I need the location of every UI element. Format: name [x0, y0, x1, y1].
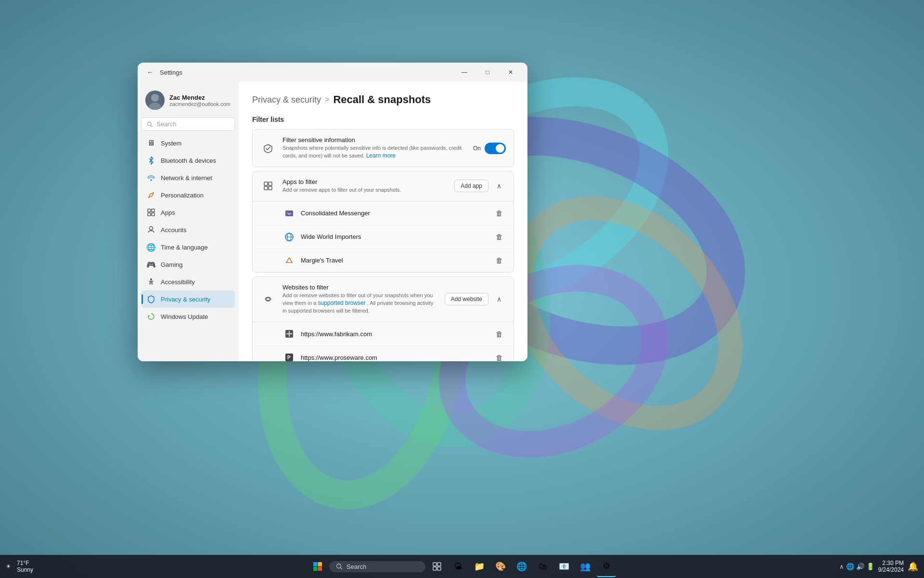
weather-info[interactable]: 71°F Sunny: [17, 560, 33, 573]
svg-rect-43: [433, 563, 436, 566]
svg-point-12: [150, 179, 152, 181]
minimize-button[interactable]: —: [453, 65, 475, 80]
sidebar-item-system[interactable]: 🖥 System: [141, 134, 235, 152]
accessibility-icon: [146, 277, 156, 287]
app-item-consolidated: Consolidated Messenger 🗑: [253, 201, 513, 225]
settings-body: Zac Mendez zacmendez@outlook.com 🖥 Syste…: [138, 82, 527, 361]
maximize-button[interactable]: □: [476, 65, 499, 80]
paint-button[interactable]: 🎨: [491, 556, 510, 577]
svg-rect-15: [148, 213, 151, 216]
delete-fabrikam-button[interactable]: 🗑: [492, 327, 506, 341]
weather-widget[interactable]: ☀: [6, 563, 11, 570]
sidebar-item-gaming[interactable]: 🎮 Gaming: [141, 256, 235, 273]
add-website-button[interactable]: Add website: [445, 293, 488, 305]
sidebar-item-bluetooth[interactable]: Bluetooth & devices: [141, 152, 235, 169]
notification-bell-icon[interactable]: 🔔: [908, 561, 918, 572]
sidebar-item-accessibility[interactable]: Accessibility: [141, 273, 235, 290]
apps-filter-title: Apps to filter: [282, 178, 448, 185]
avatar: [145, 91, 165, 110]
user-email: zacmendez@outlook.com: [169, 101, 231, 107]
svg-rect-23: [269, 186, 272, 190]
store-button[interactable]: 🛍: [533, 556, 552, 577]
battery-icon[interactable]: 🔋: [866, 563, 874, 570]
delete-margies-button[interactable]: 🗑: [492, 254, 506, 267]
volume-icon[interactable]: 🔊: [856, 563, 864, 570]
breadcrumb-parent[interactable]: Privacy & security: [252, 95, 321, 105]
sidebar: Zac Mendez zacmendez@outlook.com 🖥 Syste…: [138, 82, 239, 361]
start-button[interactable]: [308, 556, 327, 577]
taskbar-search-label: Search: [346, 563, 366, 570]
temperature: 71°F: [17, 560, 29, 566]
user-name: Zac Mendez: [169, 94, 231, 101]
task-view-button[interactable]: [427, 556, 447, 577]
main-content: Privacy & security > Recall & snapshots …: [239, 82, 527, 361]
svg-marker-19: [148, 315, 150, 317]
settings-window: ← Settings — □ ✕ Zac Mendez z: [138, 63, 527, 361]
svg-rect-13: [148, 209, 151, 212]
taskbar-search-icon: [336, 563, 343, 570]
privacy-icon: [146, 294, 156, 304]
svg-point-10: [148, 122, 152, 126]
navigation: 🖥 System Bluetooth & devices Network & i…: [141, 134, 235, 325]
settings-taskbar-button[interactable]: ⚙: [597, 556, 616, 577]
app-item-margies: Margie's Travel 🗑: [253, 249, 513, 272]
sidebar-item-privacy[interactable]: Privacy & security: [141, 290, 235, 308]
app-item-wide-world: Wide World Importers 🗑: [253, 225, 513, 249]
svg-point-41: [337, 564, 341, 568]
taskbar-search[interactable]: Search: [329, 561, 425, 572]
delete-consolidated-button[interactable]: 🗑: [492, 207, 506, 220]
file-explorer-icon: 📁: [474, 561, 485, 572]
proseware-icon: P: [283, 352, 295, 361]
search-box[interactable]: [141, 118, 235, 131]
sidebar-item-accounts[interactable]: Accounts: [141, 221, 235, 238]
paint-icon: 🎨: [495, 561, 506, 572]
sidebar-item-personalization[interactable]: Personalization: [141, 186, 235, 204]
delete-proseware-button[interactable]: 🗑: [492, 351, 506, 361]
sidebar-item-update[interactable]: Windows Update: [141, 308, 235, 325]
back-button[interactable]: ←: [143, 66, 157, 79]
widgets-button[interactable]: 🌤: [449, 556, 468, 577]
filter-sensitive-action: On: [473, 143, 506, 154]
website-item-fabrikam: https://www.fabrikam.com 🗑: [253, 322, 513, 345]
breadcrumb-separator: >: [325, 95, 329, 104]
svg-text:P: P: [287, 355, 291, 360]
file-explorer-button[interactable]: 📁: [470, 556, 489, 577]
apps-collapse-button[interactable]: ∧: [492, 179, 506, 193]
sidebar-item-time[interactable]: 🌐 Time & language: [141, 238, 235, 256]
chevron-up-icon[interactable]: ∧: [839, 563, 844, 570]
teams-button[interactable]: 👥: [576, 556, 595, 577]
edge-button[interactable]: 🌐: [512, 556, 531, 577]
filter-sensitive-card: Filter sensitive information Snapshots w…: [252, 129, 514, 167]
close-button[interactable]: ✕: [500, 65, 522, 80]
svg-rect-46: [437, 567, 441, 570]
websites-collapse-button[interactable]: ∧: [492, 292, 506, 306]
websites-filter-action: Add website ∧: [445, 292, 506, 306]
supported-browser-link[interactable]: supported browser: [318, 300, 365, 306]
breadcrumb-current: Recall & snapshots: [333, 93, 431, 106]
clock-date: 9/24/2024: [878, 566, 904, 573]
clock-time: 2:30 PM: [878, 560, 904, 566]
task-view-icon: [433, 562, 441, 571]
delete-wide-world-button[interactable]: 🗑: [492, 230, 506, 244]
widgets-icon: 🌤: [454, 562, 462, 572]
apps-to-filter-header: Apps to filter Add or remove apps to fil…: [253, 171, 513, 201]
websites-filter-title: Websites to filter: [282, 284, 438, 291]
website-fabrikam-url: https://www.fabrikam.com: [301, 330, 487, 338]
system-clock[interactable]: 2:30 PM 9/24/2024: [878, 560, 904, 573]
add-app-button[interactable]: Add app: [454, 180, 488, 192]
accounts-icon: [146, 225, 156, 235]
sidebar-item-apps[interactable]: Apps: [141, 204, 235, 221]
network-tray-icon[interactable]: 🌐: [846, 563, 854, 570]
filter-sensitive-icon: [260, 141, 276, 156]
search-input[interactable]: [156, 120, 230, 128]
breadcrumb: Privacy & security > Recall & snapshots: [252, 93, 514, 106]
filter-sensitive-toggle[interactable]: [485, 143, 506, 154]
svg-rect-44: [437, 563, 441, 566]
mail-button[interactable]: 📧: [554, 556, 574, 577]
consolidated-messenger-icon: [283, 208, 295, 219]
sidebar-item-network[interactable]: Network & internet: [141, 169, 235, 186]
user-profile[interactable]: Zac Mendez zacmendez@outlook.com: [141, 86, 235, 118]
filter-sensitive-learn-more[interactable]: Learn more: [366, 152, 396, 159]
toggle-on-label: On: [473, 145, 481, 152]
filter-sensitive-desc: Snapshots where potentially sensitive in…: [282, 144, 466, 160]
